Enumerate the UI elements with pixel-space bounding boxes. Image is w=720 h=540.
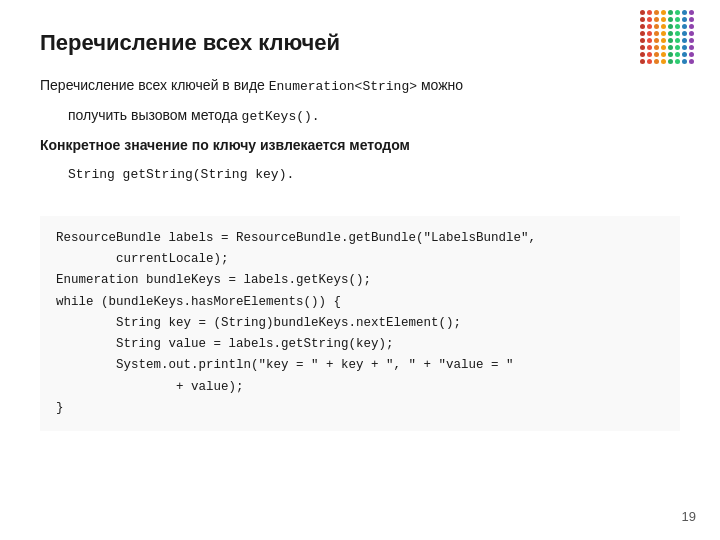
dot [675,10,680,15]
dot [668,10,673,15]
dot [647,45,652,50]
dot [668,52,673,57]
p1-cont-text: получить вызовом метода [68,107,242,123]
dot [689,24,694,29]
paragraph-2-mono: String getString(String key). [68,162,680,186]
code-line-6: String value = labels.getString(key); [56,334,664,355]
dot [682,24,687,29]
dot [675,45,680,50]
dot [647,31,652,36]
dot [689,45,694,50]
code-line-7: System.out.println("key = " + key + ", "… [56,355,664,376]
dot [689,31,694,36]
dot-grid [640,10,700,65]
dot [675,31,680,36]
paragraph-1-cont: получить вызовом метода getKeys(). [68,104,680,128]
code-line-2: currentLocale); [56,249,664,270]
decorative-dots [640,10,700,70]
dot [675,17,680,22]
dot [668,24,673,29]
code-line-1: ResourceBundle labels = ResourceBundle.g… [56,228,664,249]
dot [682,17,687,22]
dot [689,52,694,57]
dot [668,31,673,36]
dot [675,59,680,64]
dot [661,59,666,64]
dot [654,45,659,50]
dot [640,10,645,15]
dot [689,10,694,15]
dot [682,52,687,57]
p2-mono: String getString(String key). [68,167,294,182]
code-line-5: String key = (String)bundleKeys.nextElem… [56,313,664,334]
dot [661,10,666,15]
dot [661,31,666,36]
dot [661,17,666,22]
dot [640,52,645,57]
dot [668,38,673,43]
dot [675,24,680,29]
dot [668,45,673,50]
p1-mono-2: getKeys(). [242,109,320,124]
slide: Перечисление всех ключей Перечисление вс… [0,0,720,540]
dot [640,31,645,36]
code-line-9: } [56,398,664,419]
dot [640,38,645,43]
dot [647,17,652,22]
dot [668,59,673,64]
paragraph-1: Перечисление всех ключей в виде Enumerat… [40,74,680,98]
dot [640,17,645,22]
code-block: ResourceBundle labels = ResourceBundle.g… [40,216,680,431]
dot [682,31,687,36]
dot [689,17,694,22]
slide-title: Перечисление всех ключей [40,30,680,56]
dot [647,24,652,29]
dot [689,38,694,43]
code-line-3: Enumeration bundleKeys = labels.getKeys(… [56,270,664,291]
dot [640,24,645,29]
dot [647,59,652,64]
dot [654,52,659,57]
dot [640,45,645,50]
dot [682,10,687,15]
dot [647,10,652,15]
dot [647,52,652,57]
dot [682,59,687,64]
dot [682,38,687,43]
dot [675,38,680,43]
dot [689,59,694,64]
code-line-8: + value); [56,377,664,398]
dot [654,31,659,36]
dot [654,17,659,22]
dot [640,59,645,64]
dot [654,10,659,15]
dot [654,38,659,43]
dot [661,24,666,29]
page-number: 19 [682,509,696,524]
dot [661,45,666,50]
dot [675,52,680,57]
dot [654,24,659,29]
dot [661,38,666,43]
dot [647,38,652,43]
p1-text-after: можно [417,77,463,93]
code-line-4: while (bundleKeys.hasMoreElements()) { [56,292,664,313]
dot [668,17,673,22]
p2-bold: Конкретное значение по ключу извлекается… [40,137,410,153]
p1-mono-1: Enumeration<String> [269,79,417,94]
dot [654,59,659,64]
paragraph-2: Конкретное значение по ключу извлекается… [40,134,680,156]
p1-text-before: Перечисление всех ключей в виде [40,77,269,93]
dot [682,45,687,50]
dot [661,52,666,57]
